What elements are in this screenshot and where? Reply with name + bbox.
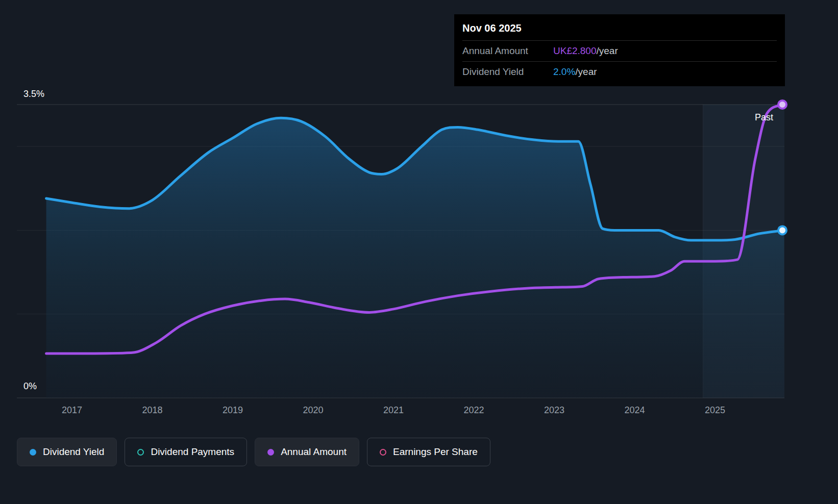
legend-label: Earnings Per Share <box>393 446 478 458</box>
legend-earnings-per-share[interactable]: Earnings Per Share <box>367 438 490 466</box>
x-axis: 201720182019202020212022202320242025 <box>0 405 838 418</box>
tooltip-label-dividend-yield: Dividend Yield <box>462 66 553 78</box>
x-tick-2023: 2023 <box>531 405 577 416</box>
earnings-per-share-dot-icon <box>380 449 386 456</box>
legend-label: Annual Amount <box>281 446 347 458</box>
x-tick-2017: 2017 <box>49 405 95 416</box>
chart-legend: Dividend YieldDividend PaymentsAnnual Am… <box>17 438 490 466</box>
x-tick-2024: 2024 <box>612 405 658 416</box>
x-tick-2025: 2025 <box>692 405 738 416</box>
tooltip-row-dividend-yield: Dividend Yield 2.0%/year <box>462 62 777 82</box>
annual-amount-dot-icon <box>267 449 274 456</box>
tooltip-label-annual-amount: Annual Amount <box>462 45 553 57</box>
dividend-yield-dot-icon <box>30 449 36 456</box>
dividend-payments-dot-icon <box>137 449 144 456</box>
tooltip-date: Nov 06 2025 <box>462 20 777 41</box>
annual-amount-end-marker <box>778 100 786 109</box>
legend-annual-amount[interactable]: Annual Amount <box>255 438 359 466</box>
dividend-yield-end-marker <box>778 226 786 234</box>
past-region-label: Past <box>755 112 773 123</box>
tooltip-value-annual-amount: UK£2.800 <box>553 45 597 56</box>
tooltip-row-annual-amount: Annual Amount UK£2.800/year <box>462 41 777 62</box>
legend-label: Dividend Yield <box>43 446 104 458</box>
legend-dividend-yield[interactable]: Dividend Yield <box>17 438 117 466</box>
legend-dividend-payments[interactable]: Dividend Payments <box>125 438 247 466</box>
x-tick-2019: 2019 <box>210 405 256 416</box>
tooltip-suffix-annual-amount: /year <box>597 45 618 56</box>
x-tick-2022: 2022 <box>451 405 497 416</box>
dividend-yield-area <box>46 118 784 398</box>
tooltip-suffix-dividend-yield: /year <box>575 66 597 77</box>
x-tick-2018: 2018 <box>130 405 176 416</box>
y-axis-label-min: 0% <box>23 381 37 392</box>
dividend-history-chart-panel: Nov 06 2025 Annual Amount UK£2.800/year … <box>0 0 838 504</box>
y-axis-label-max: 3.5% <box>23 89 44 99</box>
x-tick-2021: 2021 <box>371 405 416 416</box>
legend-label: Dividend Payments <box>151 446 234 458</box>
chart-tooltip: Nov 06 2025 Annual Amount UK£2.800/year … <box>454 14 785 86</box>
x-tick-2020: 2020 <box>290 405 336 416</box>
tooltip-value-dividend-yield: 2.0% <box>553 66 575 77</box>
